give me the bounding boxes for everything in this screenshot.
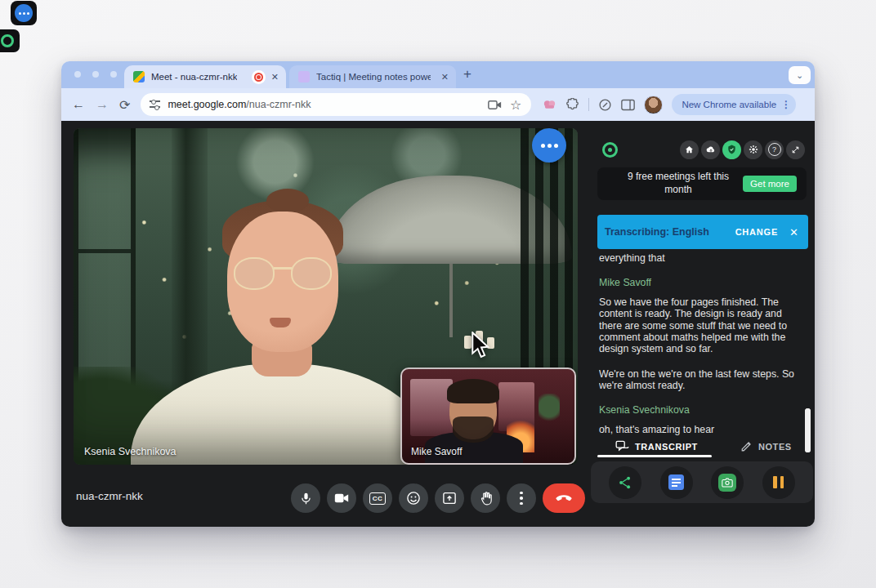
- meet-favicon-icon: [133, 71, 145, 82]
- reload-button[interactable]: ⟳: [119, 97, 130, 113]
- end-call-button[interactable]: [543, 483, 585, 513]
- tab-strip: Meet - nua-czmr-nkk ✕ Tactiq | Meeting n…: [61, 61, 815, 88]
- url-text: meet.google.com/nua-czmr-nkk: [168, 99, 311, 110]
- transcript-text: everything that: [599, 252, 795, 264]
- mic-icon: [299, 492, 313, 506]
- window-zoom-button[interactable]: [110, 71, 117, 78]
- chat-icon: [615, 440, 629, 452]
- pause-icon: [773, 476, 784, 488]
- recording-indicator-icon: [252, 70, 266, 84]
- meet-page: Ksenia Svechnikova Mike Savoff: [61, 121, 815, 527]
- pencil-icon: [740, 440, 753, 452]
- present-icon: [442, 491, 457, 506]
- chat-dots-icon: [15, 4, 33, 22]
- back-button[interactable]: ←: [72, 97, 85, 112]
- video-tile-ksenia[interactable]: Ksenia Svechnikova Mike Savoff: [74, 128, 578, 465]
- window-close-button[interactable]: [74, 71, 81, 78]
- tab-title: Tactiq | Meeting notes powe: [316, 72, 431, 82]
- settings-button[interactable]: [744, 140, 762, 159]
- share-icon: [618, 475, 632, 490]
- address-bar[interactable]: meet.google.com/nua-czmr-nkk ☆: [141, 93, 531, 116]
- more-options-button[interactable]: [507, 483, 536, 513]
- tab-overflow-button[interactable]: ⌄: [789, 66, 811, 84]
- desktop-background: Meet - nua-czmr-nkk ✕ Tactiq | Meeting n…: [0, 0, 876, 588]
- tab-transcript[interactable]: TRANSCRIPT: [615, 440, 698, 452]
- side-panel-icon[interactable]: [621, 99, 635, 111]
- profile-avatar[interactable]: [644, 96, 663, 114]
- bookmark-star-icon[interactable]: ☆: [510, 97, 521, 113]
- tab-title: Meet - nua-czmr-nkk: [151, 72, 237, 82]
- transcript-speaker: Mike Savoff: [599, 277, 795, 288]
- participant-name-label: Mike Savoff: [411, 446, 462, 457]
- video-tile-mike[interactable]: Mike Savoff: [400, 368, 576, 465]
- screenshot-button[interactable]: [711, 466, 744, 499]
- get-more-button[interactable]: Get more: [743, 176, 797, 192]
- floating-chat-badge: [11, 1, 37, 25]
- browser-menu-icon[interactable]: ⋮: [781, 99, 791, 110]
- google-docs-button[interactable]: [660, 466, 693, 499]
- camera-button[interactable]: [327, 483, 356, 513]
- help-button[interactable]: ?: [765, 140, 784, 159]
- transcribing-label: Transcribing: English: [605, 226, 709, 238]
- present-button[interactable]: [435, 483, 464, 513]
- banner-text: 9 free meetings left this month: [614, 171, 743, 196]
- pause-button[interactable]: [762, 466, 795, 499]
- toolbar-divider: [588, 98, 589, 111]
- captions-icon: CC: [369, 492, 386, 505]
- home-icon: [685, 145, 694, 154]
- window-minimize-button[interactable]: [92, 71, 99, 78]
- sidebar-tabs: TRANSCRIPT NOTES: [591, 435, 813, 457]
- browser-window: Meet - nua-czmr-nkk ✕ Tactiq | Meeting n…: [61, 61, 815, 527]
- loom-extension-icon[interactable]: [598, 98, 612, 112]
- home-button[interactable]: [680, 140, 699, 159]
- gear-icon: [749, 145, 758, 154]
- mouse-cursor-icon: [470, 332, 491, 359]
- camera-in-use-icon[interactable]: [488, 100, 502, 110]
- end-call-icon: [555, 494, 573, 502]
- active-tab-underline: [597, 455, 712, 457]
- site-settings-icon[interactable]: [150, 100, 160, 109]
- smiley-icon: [406, 491, 421, 506]
- shield-check-icon: [727, 145, 736, 154]
- transcript-list[interactable]: everything thatMike SavoffSo we have the…: [599, 252, 795, 435]
- privacy-shield-button[interactable]: [722, 140, 741, 159]
- transcript-text: oh, that's amazing to hear: [599, 424, 795, 435]
- meeting-code-label: nua-czmr-nkk: [76, 490, 143, 502]
- upload-button[interactable]: [701, 140, 720, 159]
- tab-meet[interactable]: Meet - nua-czmr-nkk ✕: [124, 65, 286, 88]
- tactiq-logo-icon: [602, 142, 618, 158]
- transcript-speaker: Ksenia Svechnikova: [599, 404, 795, 416]
- reactions-button[interactable]: [399, 483, 428, 513]
- expand-button[interactable]: [786, 140, 805, 159]
- new-tab-button[interactable]: +: [463, 66, 472, 82]
- change-language-button[interactable]: CHANGE: [735, 227, 778, 237]
- screenshot-camera-icon: [718, 474, 736, 492]
- captions-button[interactable]: CC: [363, 483, 392, 513]
- close-transcribing-icon[interactable]: ✕: [789, 226, 798, 238]
- transcript-text: So we have the four pages finished. The …: [599, 296, 795, 355]
- mic-button[interactable]: [291, 483, 320, 513]
- browser-toolbar: ← → ⟳ meet.google.com/nua-czmr-nkk ☆: [61, 88, 815, 121]
- forward-button[interactable]: →: [96, 97, 109, 112]
- pink-extension-icon[interactable]: [543, 99, 556, 110]
- participant-name-label: Ksenia Svechnikova: [84, 446, 177, 457]
- hand-icon: [479, 491, 493, 506]
- transcript-scrollbar-thumb[interactable]: [805, 408, 811, 452]
- help-icon: ?: [768, 143, 781, 156]
- tactiq-ring-icon: [1, 34, 14, 47]
- tab-tactiq[interactable]: Tactiq | Meeting notes powe ✕: [289, 65, 456, 88]
- extensions-puzzle-icon[interactable]: [565, 98, 579, 112]
- tactiq-favicon-icon: [298, 71, 310, 82]
- tab-notes[interactable]: NOTES: [740, 440, 792, 452]
- cloud-upload-icon: [706, 145, 716, 154]
- raise-hand-button[interactable]: [471, 483, 500, 513]
- tab-close-icon[interactable]: ✕: [441, 72, 449, 82]
- share-button[interactable]: [609, 466, 641, 499]
- chat-dots-badge[interactable]: [532, 128, 566, 163]
- docs-icon: [668, 474, 684, 490]
- tab-close-icon[interactable]: ✕: [271, 72, 279, 82]
- transcript-text: We're on the we're on the last few steps…: [599, 368, 795, 392]
- chrome-update-button[interactable]: New Chrome available ⋮: [672, 94, 796, 115]
- tactiq-action-bar: [591, 461, 813, 503]
- free-meetings-banner: 9 free meetings left this month Get more: [597, 167, 807, 200]
